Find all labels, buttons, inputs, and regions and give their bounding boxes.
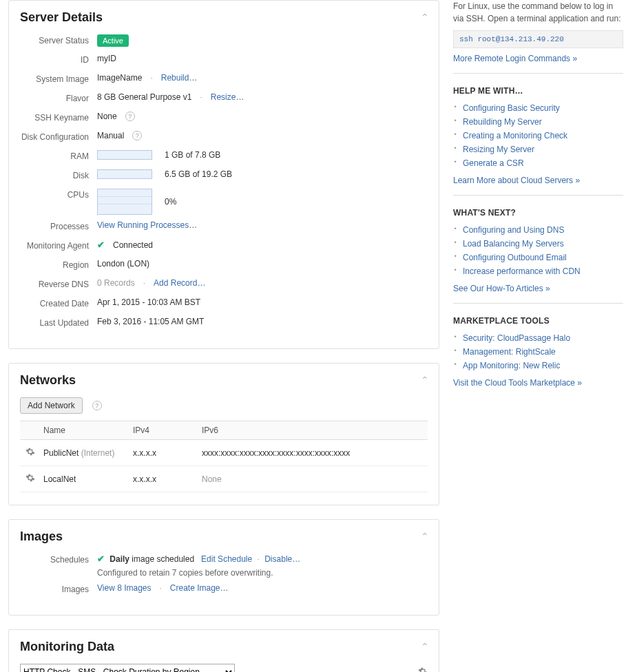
networks-title: Networks <box>20 373 428 388</box>
created-value: Apr 1, 2015 - 10:03 AM BST <box>97 297 428 307</box>
created-label: Created Date <box>20 297 97 308</box>
net-ipv6: xxxx:xxxx:xxxx:xxxx:xxxx:xxxx:xxxx:xxxx <box>202 448 428 458</box>
updated-label: Last Updated <box>20 317 97 328</box>
sidebar-link[interactable]: Rebuilding My Server <box>463 117 542 127</box>
flavor-value: 8 GB General Purpose v1 <box>97 92 191 102</box>
id-label: ID <box>20 54 97 65</box>
help-icon[interactable]: ? <box>92 401 102 410</box>
view-processes-link[interactable]: View Running Processes… <box>97 220 197 230</box>
daily-prefix: Daily <box>109 554 129 564</box>
diskcfg-value: Manual <box>97 131 124 140</box>
server-details-panel: ⌃ Server Details Server Status Active ID… <box>8 0 439 349</box>
collapse-icon[interactable]: ⌃ <box>421 641 429 652</box>
cpus-bar <box>97 189 152 215</box>
gear-icon[interactable] <box>25 447 35 456</box>
next-more-link[interactable]: See Our How-To Articles » <box>453 284 550 293</box>
help-more-link[interactable]: Learn More about Cloud Servers » <box>453 176 580 185</box>
ram-bar <box>97 150 152 160</box>
net-name: LocalNet <box>43 474 133 484</box>
server-details-title: Server Details <box>20 10 428 25</box>
sidebar-link[interactable]: Increase performance with CDN <box>463 266 581 276</box>
sidebar-link[interactable]: Management: RightScale <box>463 347 556 357</box>
region-label: Region <box>20 259 97 270</box>
help-icon[interactable]: ? <box>132 131 142 140</box>
disk-bar <box>97 169 152 179</box>
images-title: Images <box>20 529 428 544</box>
sidebar-link[interactable]: Configuring Outbound Email <box>463 253 567 262</box>
gear-icon[interactable] <box>25 473 35 483</box>
next-title: WHAT'S NEXT? <box>453 208 623 218</box>
sidebar-link[interactable]: Resizing My Server <box>463 145 534 154</box>
monitoring-title: Monitoring Data <box>20 640 428 654</box>
updated-value: Feb 3, 2016 - 11:05 AM GMT <box>97 317 428 326</box>
ram-label: RAM <box>20 150 97 161</box>
monitoring-panel: ⌃ Monitoring Data HTTP Check - SMS - Che… <box>8 629 439 672</box>
market-title: MARKETPLACE TOOLS <box>453 316 623 326</box>
networks-panel: ⌃ Networks Add Network ? Name IPv4 IPv6 … <box>8 363 439 505</box>
add-record-link[interactable]: Add Record… <box>154 278 205 288</box>
region-value: London (LON) <box>97 259 428 269</box>
diskcfg-label: Disk Configuration <box>20 131 97 142</box>
more-login-link[interactable]: More Remote Login Commands » <box>453 54 577 63</box>
market-more-link[interactable]: Visit the Cloud Tools Marketplace » <box>453 378 582 388</box>
status-label: Server Status <box>20 34 97 45</box>
rebuild-link[interactable]: Rebuild… <box>161 73 198 83</box>
check-select[interactable]: HTTP Check - SMS - Check Duration by Reg… <box>20 664 235 672</box>
disk-text: 6.5 GB of 19.2 GB <box>165 169 232 179</box>
networks-table-header: Name IPv4 IPv6 <box>20 421 428 440</box>
cpus-text: 0% <box>165 197 176 207</box>
rdns-count: 0 Records <box>97 278 135 288</box>
agent-label: Monitoring Agent <box>20 240 97 251</box>
ssh-label: SSH Keyname <box>20 112 97 123</box>
cpus-label: CPUs <box>20 189 97 200</box>
image-label: System Image <box>20 73 97 84</box>
col-ipv4: IPv4 <box>133 426 202 435</box>
disable-schedule-link[interactable]: Disable… <box>264 554 300 564</box>
col-ipv6: IPv6 <box>202 426 428 435</box>
rdns-label: Reverse DNS <box>20 278 97 289</box>
help-icon[interactable]: ? <box>125 112 135 121</box>
create-image-link[interactable]: Create Image… <box>170 583 229 593</box>
net-ipv4: x.x.x.x <box>133 474 202 484</box>
images-label: Images <box>20 583 97 594</box>
help-title: HELP ME WITH… <box>453 86 623 96</box>
col-name: Name <box>43 426 133 435</box>
resize-link[interactable]: Resize… <box>211 92 244 102</box>
retain-text: Configured to retain 7 copies before ove… <box>97 568 428 578</box>
ssh-intro: For Linux, use the command below to log … <box>453 0 623 25</box>
net-ipv4: x.x.x.x <box>133 448 202 458</box>
collapse-icon[interactable]: ⌃ <box>421 12 429 23</box>
sidebar-link[interactable]: App Monitoring: New Relic <box>463 361 560 370</box>
table-row: PublicNet (Internet)x.x.x.xxxxx:xxxx:xxx… <box>20 440 428 466</box>
collapse-icon[interactable]: ⌃ <box>421 375 429 386</box>
sidebar-link[interactable]: Security: CloudPassage Halo <box>463 333 570 343</box>
disk-label: Disk <box>20 169 97 180</box>
status-badge: Active <box>97 34 129 47</box>
processes-label: Processes <box>20 220 97 231</box>
daily-rest: image scheduled <box>129 554 194 564</box>
table-row: LocalNetx.x.x.xNone <box>20 466 428 492</box>
edit-schedule-link[interactable]: Edit Schedule <box>201 554 252 564</box>
check-icon: ✔ <box>97 240 105 250</box>
net-name: PublicNet (Internet) <box>43 448 133 458</box>
image-value: ImageName <box>97 73 142 83</box>
net-ipv6: None <box>202 474 428 484</box>
ram-text: 1 GB of 7.8 GB <box>165 150 220 160</box>
sidebar-link[interactable]: Creating a Monitoring Check <box>463 131 567 140</box>
ssh-value: None <box>97 112 117 121</box>
images-panel: ⌃ Images Schedules ✔ Daily image schedul… <box>8 519 439 616</box>
help-sidebar: For Linux, use the command below to log … <box>439 0 637 672</box>
view-images-link[interactable]: View 8 Images <box>97 583 152 593</box>
ssh-command: ssh root@134.213.49.220 <box>453 30 623 48</box>
check-icon: ✔ <box>97 554 105 564</box>
sidebar-link[interactable]: Load Balancing My Servers <box>463 239 564 249</box>
agent-value: Connected <box>113 240 153 250</box>
flavor-label: Flavor <box>20 92 97 103</box>
sidebar-link[interactable]: Configuring Basic Security <box>463 103 560 113</box>
sidebar-link[interactable]: Generate a CSR <box>463 158 524 168</box>
gear-icon[interactable] <box>418 666 428 672</box>
add-network-button[interactable]: Add Network <box>20 397 83 414</box>
collapse-icon[interactable]: ⌃ <box>421 531 429 542</box>
sidebar-link[interactable]: Configuring and Using DNS <box>463 225 564 235</box>
id-value: myID <box>97 54 428 63</box>
